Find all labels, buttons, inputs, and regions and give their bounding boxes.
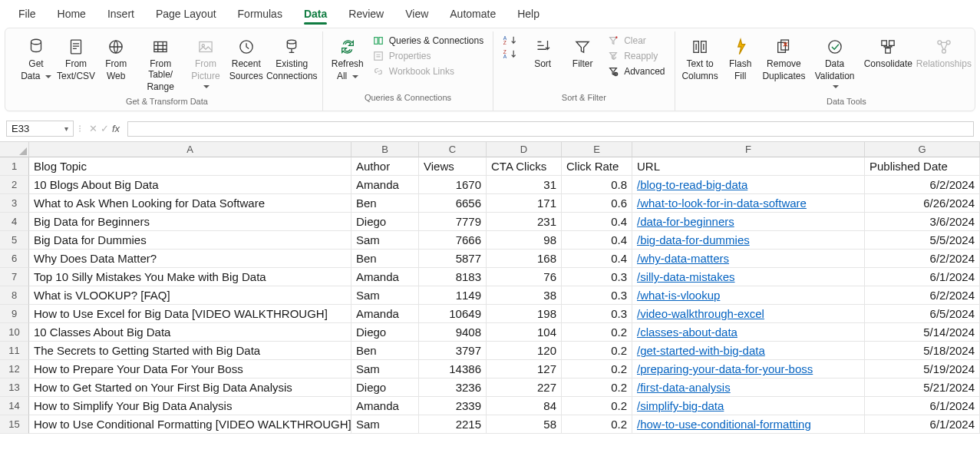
- cell[interactable]: Diego: [351, 213, 419, 231]
- recent-sources-button[interactable]: RecentSources: [226, 35, 266, 84]
- refresh-all-button[interactable]: RefreshAll: [328, 35, 368, 84]
- row-header-14[interactable]: 14: [0, 397, 29, 415]
- cell[interactable]: 6/26/2024: [865, 194, 980, 213]
- row-header-11[interactable]: 11: [0, 342, 29, 360]
- tab-view[interactable]: View: [394, 5, 439, 26]
- row-header-13[interactable]: 13: [0, 378, 29, 397]
- cell[interactable]: 0.6: [562, 194, 632, 213]
- url-link[interactable]: /why-data-matters: [637, 252, 729, 265]
- cell[interactable]: Views: [419, 157, 487, 176]
- select-all-corner[interactable]: [0, 142, 29, 157]
- tab-review[interactable]: Review: [338, 5, 394, 26]
- cell[interactable]: 1670: [419, 176, 487, 194]
- cell[interactable]: /why-data-matters: [632, 250, 865, 268]
- row-header-2[interactable]: 2: [0, 176, 29, 194]
- row-header-15[interactable]: 15: [0, 415, 29, 434]
- cell[interactable]: 14386: [419, 360, 487, 378]
- url-link[interactable]: /video-walkthrough-excel: [637, 307, 764, 320]
- cell[interactable]: Click Rate: [562, 157, 632, 176]
- cell[interactable]: Diego: [351, 378, 419, 397]
- cell[interactable]: 38: [487, 286, 562, 305]
- cell[interactable]: /preparing-your-data-for-your-boss: [632, 360, 865, 378]
- col-header-E[interactable]: E: [562, 142, 632, 157]
- url-link[interactable]: /first-data-analysis: [637, 381, 731, 394]
- cell[interactable]: /first-data-analysis: [632, 378, 865, 397]
- url-link[interactable]: /silly-data-mistakes: [637, 270, 735, 283]
- cell[interactable]: 0.3: [562, 268, 632, 286]
- cell[interactable]: 0.2: [562, 342, 632, 360]
- cell[interactable]: /video-walkthrough-excel: [632, 305, 865, 323]
- cell[interactable]: 5/19/2024: [865, 360, 980, 378]
- cell[interactable]: How to Use Conditional Formatting [VIDEO…: [29, 415, 351, 434]
- col-header-F[interactable]: F: [632, 142, 865, 157]
- cell[interactable]: /what-to-look-for-in-data-software: [632, 194, 865, 213]
- cell[interactable]: Amanda: [351, 397, 419, 415]
- cell[interactable]: How to Get Started on Your First Big Dat…: [29, 378, 351, 397]
- row-header-12[interactable]: 12: [0, 360, 29, 378]
- tab-insert[interactable]: Insert: [97, 5, 145, 26]
- queries-conn-button[interactable]: Queries & Connections: [372, 35, 483, 47]
- cell[interactable]: 6/5/2024: [865, 305, 980, 323]
- cell[interactable]: 5877: [419, 250, 487, 268]
- url-link[interactable]: /get-started-with-big-data: [637, 344, 765, 357]
- cell[interactable]: Sam: [351, 415, 419, 434]
- cell[interactable]: Ben: [351, 250, 419, 268]
- cell[interactable]: 10 Blogs About Big Data: [29, 176, 351, 194]
- cell[interactable]: 0.4: [562, 231, 632, 250]
- cell[interactable]: 84: [487, 397, 562, 415]
- cell[interactable]: 0.2: [562, 397, 632, 415]
- row-header-4[interactable]: 4: [0, 213, 29, 231]
- cell[interactable]: What to Ask When Looking for Data Softwa…: [29, 194, 351, 213]
- fx-icon[interactable]: fx: [112, 123, 120, 134]
- cell[interactable]: /classes-about-data: [632, 323, 865, 342]
- consolidate-button[interactable]: Consolidate: [862, 35, 914, 73]
- cell[interactable]: /how-to-use-conditional-formatting: [632, 415, 865, 434]
- tab-file[interactable]: File: [8, 5, 47, 26]
- sort-za-button[interactable]: ZA: [503, 48, 518, 59]
- cell[interactable]: How to Use Excel for Big Data [VIDEO WAL…: [29, 305, 351, 323]
- col-header-G[interactable]: G: [865, 142, 980, 157]
- cell[interactable]: Sam: [351, 231, 419, 250]
- url-link[interactable]: /what-to-look-for-in-data-software: [637, 197, 807, 210]
- get-data-button[interactable]: GetData: [16, 35, 56, 84]
- cell[interactable]: Big Data for Dummies: [29, 231, 351, 250]
- cell[interactable]: 0.3: [562, 286, 632, 305]
- cell[interactable]: 7666: [419, 231, 487, 250]
- col-header-B[interactable]: B: [351, 142, 419, 157]
- cell[interactable]: Big Data for Beginners: [29, 213, 351, 231]
- cell[interactable]: URL: [632, 157, 865, 176]
- cell[interactable]: 58: [487, 415, 562, 434]
- col-header-A[interactable]: A: [29, 142, 351, 157]
- url-link[interactable]: /big-data-for-dummies: [637, 233, 750, 246]
- cell[interactable]: 120: [487, 342, 562, 360]
- tab-page-layout[interactable]: Page Layout: [145, 5, 227, 26]
- cell[interactable]: 0.2: [562, 415, 632, 434]
- cell[interactable]: 0.2: [562, 323, 632, 342]
- cell[interactable]: CTA Clicks: [487, 157, 562, 176]
- cell[interactable]: 3/6/2024: [865, 213, 980, 231]
- formula-input[interactable]: [127, 121, 974, 137]
- cell[interactable]: 6/1/2024: [865, 415, 980, 434]
- cell[interactable]: 0.2: [562, 378, 632, 397]
- cell[interactable]: 6/1/2024: [865, 397, 980, 415]
- cell[interactable]: 9408: [419, 323, 487, 342]
- name-box[interactable]: E33 ▾: [6, 121, 74, 137]
- cell[interactable]: Ben: [351, 194, 419, 213]
- cell[interactable]: 6656: [419, 194, 487, 213]
- text-to-cols-button[interactable]: Text toColumns: [680, 35, 721, 84]
- manage-data-button[interactable]: MDat: [973, 35, 980, 84]
- url-link[interactable]: /what-is-vlookup: [637, 289, 720, 302]
- cell[interactable]: 5/18/2024: [865, 342, 980, 360]
- cell[interactable]: The Secrets to Getting Started with Big …: [29, 342, 351, 360]
- cell[interactable]: 104: [487, 323, 562, 342]
- cell[interactable]: 3236: [419, 378, 487, 397]
- cell[interactable]: 98: [487, 231, 562, 250]
- cell[interactable]: How to Simplify Your Big Data Analysis: [29, 397, 351, 415]
- url-link[interactable]: /how-to-use-conditional-formatting: [637, 418, 811, 431]
- tab-data[interactable]: Data: [293, 5, 338, 26]
- sort-az-button[interactable]: AZ: [503, 35, 518, 45]
- advanced-button[interactable]: Advanced: [607, 65, 665, 78]
- remove-dup-button[interactable]: RemoveDuplicates: [761, 35, 807, 84]
- cell[interactable]: /silly-data-mistakes: [632, 268, 865, 286]
- cell[interactable]: Top 10 Silly Mistakes You Make with Big …: [29, 268, 351, 286]
